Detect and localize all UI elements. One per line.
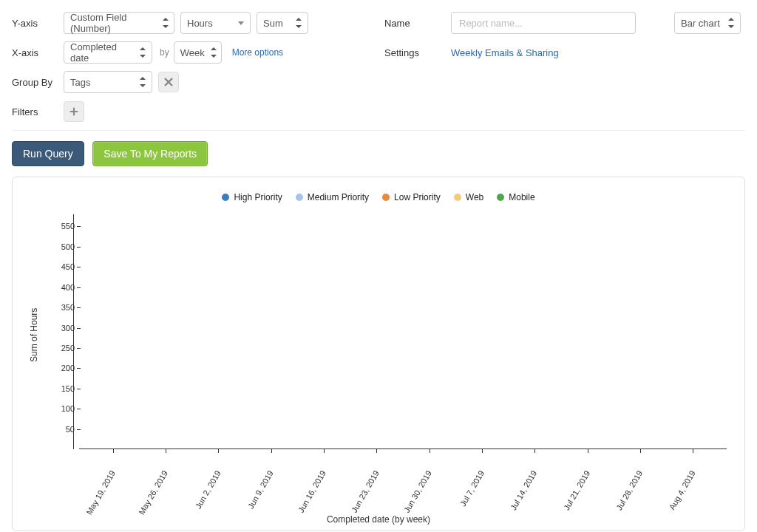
legend-swatch bbox=[222, 194, 229, 201]
yaxis-agg-select[interactable]: Sum bbox=[257, 12, 308, 34]
groupby-row: Group By Tags bbox=[12, 71, 745, 93]
y-tick-label: 300 bbox=[42, 324, 75, 332]
legend-label: Web bbox=[466, 192, 483, 202]
chart-type-select[interactable]: Bar chart bbox=[674, 12, 741, 34]
x-tick-label: Jun 2, 2019 bbox=[194, 469, 223, 511]
y-tick-label: 350 bbox=[42, 303, 75, 312]
x-tick-label: Jul 21, 2019 bbox=[562, 469, 591, 512]
x-tick-mark bbox=[324, 449, 325, 453]
chart-plot-area: May 19, 2019May 26, 2019Jun 2, 2019Jun 9… bbox=[79, 214, 727, 449]
legend-swatch bbox=[497, 194, 504, 201]
x-tick-mark bbox=[482, 449, 483, 453]
action-buttons: Run Query Save To My Reports bbox=[12, 141, 745, 166]
x-tick-label: May 19, 2019 bbox=[84, 469, 117, 516]
x-tick-label: Jun 30, 2019 bbox=[402, 469, 433, 514]
y-tick-label: 50 bbox=[42, 425, 75, 434]
updown-icon bbox=[211, 47, 215, 58]
legend-item[interactable]: Low Priority bbox=[382, 192, 441, 202]
settings-label: Settings bbox=[384, 47, 451, 58]
x-tick-mark bbox=[113, 449, 114, 453]
updown-icon bbox=[140, 47, 146, 58]
legend-item[interactable]: Mobile bbox=[497, 192, 534, 202]
y-tick-label: 200 bbox=[42, 364, 75, 372]
xaxis-period-value: Week bbox=[180, 47, 205, 58]
x-tick-mark bbox=[218, 449, 219, 453]
chart-legend: High PriorityMedium PriorityLow Priority… bbox=[27, 192, 730, 202]
legend-swatch bbox=[296, 194, 303, 201]
name-label: Name bbox=[384, 18, 451, 29]
x-tick-mark bbox=[693, 449, 693, 453]
x-tick-label: Jun 23, 2019 bbox=[350, 469, 381, 514]
x-tick-mark bbox=[588, 449, 588, 453]
legend-swatch bbox=[382, 194, 390, 201]
legend-label: Low Priority bbox=[394, 192, 441, 202]
x-tick-mark bbox=[271, 449, 272, 453]
groupby-field-value: Tags bbox=[70, 77, 90, 88]
chart-card: High PriorityMedium PriorityLow Priority… bbox=[12, 177, 745, 531]
filters-row: Filters bbox=[12, 100, 745, 123]
x-tick-label: May 26, 2019 bbox=[138, 469, 170, 516]
xaxis-field-select[interactable]: Completed date bbox=[64, 41, 152, 64]
plus-icon bbox=[69, 106, 79, 117]
y-tick-label: 500 bbox=[42, 242, 75, 251]
x-tick-mark bbox=[166, 449, 166, 453]
chart-bars: May 19, 2019May 26, 2019Jun 2, 2019Jun 9… bbox=[79, 214, 727, 449]
updown-icon bbox=[140, 77, 146, 87]
chart-type-value: Bar chart bbox=[681, 18, 720, 29]
x-tick-mark bbox=[534, 449, 535, 453]
xaxis-label: X-axis bbox=[12, 47, 64, 58]
y-tick-label: 150 bbox=[42, 384, 75, 393]
more-options-link[interactable]: More options bbox=[232, 47, 283, 58]
report-name-input[interactable] bbox=[451, 12, 636, 34]
yaxis-field-value: Custom Field (Number) bbox=[70, 12, 157, 34]
report-settings-panel: Name Bar chart Settings Weekly Emails & … bbox=[384, 12, 747, 71]
x-tick-mark bbox=[376, 449, 377, 453]
filters-label: Filters bbox=[12, 106, 64, 117]
updown-icon bbox=[728, 18, 734, 28]
by-label: by bbox=[160, 47, 169, 58]
xaxis-field-value: Completed date bbox=[70, 41, 134, 64]
yaxis-label: Y-axis bbox=[12, 18, 64, 29]
name-row: Name Bar chart bbox=[384, 12, 747, 34]
close-icon bbox=[163, 77, 174, 87]
legend-item[interactable]: Web bbox=[454, 192, 483, 202]
yaxis-unit-value: Hours bbox=[187, 18, 213, 29]
yaxis-field-select[interactable]: Custom Field (Number) bbox=[64, 12, 174, 34]
divider bbox=[12, 130, 745, 131]
updown-icon bbox=[296, 18, 302, 28]
y-tick-label: 550 bbox=[42, 222, 75, 231]
add-filter-button[interactable] bbox=[64, 101, 84, 122]
x-tick-label: Jul 14, 2019 bbox=[509, 469, 538, 512]
y-tick-label: 400 bbox=[42, 283, 75, 292]
run-query-button[interactable]: Run Query bbox=[12, 141, 84, 166]
x-tick-mark bbox=[430, 449, 430, 453]
x-tick-label: Jun 9, 2019 bbox=[246, 469, 275, 511]
x-tick-label: Jul 7, 2019 bbox=[458, 469, 486, 508]
yaxis-unit-select[interactable]: Hours bbox=[180, 12, 251, 34]
chevron-down-icon bbox=[238, 21, 244, 25]
y-tick-label: 250 bbox=[42, 344, 75, 352]
updown-icon bbox=[163, 18, 168, 28]
legend-item[interactable]: Medium Priority bbox=[296, 192, 369, 202]
x-axis-title: Completed date (by week) bbox=[13, 514, 744, 525]
groupby-label: Group By bbox=[12, 77, 64, 88]
legend-label: Mobile bbox=[509, 192, 534, 202]
groupby-field-select[interactable]: Tags bbox=[64, 71, 152, 93]
y-tick-label: 450 bbox=[42, 262, 75, 271]
x-tick-label: Jun 16, 2019 bbox=[296, 469, 327, 514]
legend-item[interactable]: High Priority bbox=[222, 192, 282, 202]
x-tick-label: Aug 4, 2019 bbox=[668, 469, 697, 511]
y-axis-title: Sum of Hours bbox=[29, 308, 39, 362]
y-tick-label: 100 bbox=[42, 404, 75, 413]
legend-label: High Priority bbox=[234, 192, 282, 202]
remove-groupby-button[interactable] bbox=[158, 72, 179, 92]
xaxis-period-select[interactable]: Week bbox=[174, 41, 222, 64]
x-tick-label: Jul 28, 2019 bbox=[614, 469, 644, 512]
legend-label: Medium Priority bbox=[308, 192, 369, 202]
weekly-emails-link[interactable]: Weekly Emails & Sharing bbox=[451, 47, 559, 58]
legend-swatch bbox=[454, 194, 461, 201]
x-tick-mark bbox=[640, 449, 641, 453]
save-report-button[interactable]: Save To My Reports bbox=[92, 141, 208, 166]
yaxis-agg-value: Sum bbox=[263, 18, 283, 29]
settings-row: Settings Weekly Emails & Sharing bbox=[384, 41, 747, 64]
